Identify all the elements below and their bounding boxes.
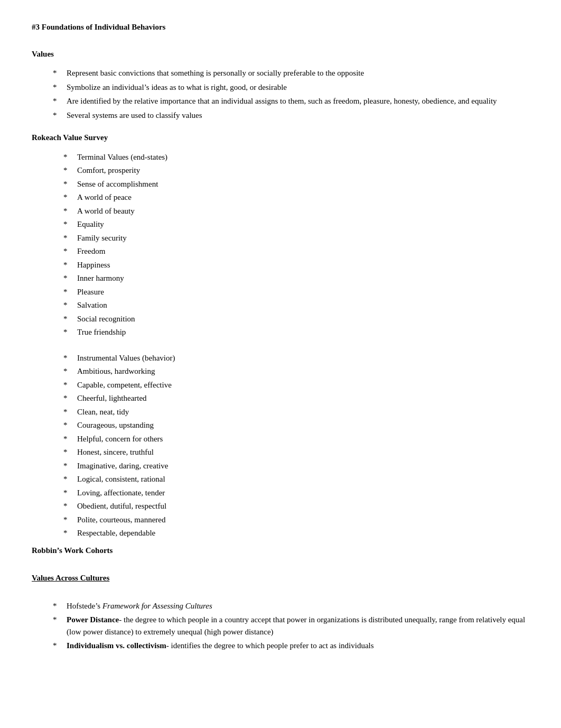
list-item: * Obedient, dutiful, respectful: [63, 500, 529, 512]
list-item: * Logical, consistent, rational: [63, 473, 529, 485]
bullet-star: *: [63, 527, 73, 539]
list-item-text: Happiness: [77, 259, 529, 271]
list-item-text: Logical, consistent, rational: [77, 473, 529, 485]
list-item-text: Ambitious, hardworking: [77, 365, 529, 377]
list-item-text: Honest, sincere, truthful: [77, 446, 529, 458]
bullet-star: *: [63, 191, 73, 204]
robbin-heading: Robbin’s Work Cohorts: [32, 545, 529, 557]
list-item: * Are identified by the relative importa…: [53, 95, 529, 107]
list-item-text: Polite, courteous, mannered: [77, 514, 529, 526]
bullet-star: *: [63, 365, 73, 377]
list-item: * Respectable, dependable: [63, 527, 529, 539]
bullet-star: *: [63, 446, 73, 458]
bullet-star: *: [63, 419, 73, 431]
bullet-star: *: [63, 218, 73, 231]
bullet-star: *: [63, 299, 73, 311]
bullet-star: *: [63, 406, 73, 418]
bullet-star: *: [63, 460, 73, 472]
list-item: * Family security: [63, 232, 529, 244]
list-item: * Hofstede’s Framework for Assessing Cul…: [53, 600, 529, 612]
list-item: * True friendship: [63, 326, 529, 338]
list-item: * Comfort, prosperity: [63, 164, 529, 177]
list-item-text: Individualism vs. collectivism- identifi…: [67, 640, 529, 652]
list-item: * Instrumental Values (behavior): [63, 352, 529, 364]
bullet-star: *: [63, 232, 73, 244]
bold-text: Power Distance: [67, 615, 119, 624]
list-item-text: Are identified by the relative importanc…: [67, 95, 529, 107]
list-item-text: Equality: [77, 218, 529, 231]
page-title: #3 Foundations of Individual Behaviors: [32, 21, 529, 33]
bullet-star: *: [63, 164, 73, 177]
list-item: * Salvation: [63, 299, 529, 311]
bullet-star: *: [63, 392, 73, 404]
bullet-star: *: [63, 205, 73, 217]
bullet-star: *: [63, 433, 73, 445]
bullet-star: *: [63, 178, 73, 190]
list-item-text: Sense of accomplishment: [77, 178, 529, 190]
list-item: * Inner harmony: [63, 272, 529, 284]
list-item: * Ambitious, hardworking: [63, 365, 529, 377]
bullet-star: *: [63, 259, 73, 271]
bullet-star: *: [63, 151, 73, 163]
list-item-text: A world of beauty: [77, 205, 529, 217]
list-item-text: Freedom: [77, 245, 529, 257]
list-item: * Helpful, concern for others: [63, 433, 529, 445]
bullet-star: *: [53, 95, 62, 107]
list-item-text: A world of peace: [77, 191, 529, 204]
list-item-text: Family security: [77, 232, 529, 244]
list-item-text: Social recognition: [77, 313, 529, 325]
list-item: * Cheerful, lighthearted: [63, 392, 529, 404]
list-item: * Capable, competent, effective: [63, 379, 529, 391]
values-across-cultures-heading: Values Across Cultures: [32, 572, 529, 584]
list-item: * Represent basic convictions that somet…: [53, 67, 529, 79]
bullet-star: *: [53, 67, 62, 79]
list-item-text: Represent basic convictions that somethi…: [67, 67, 529, 79]
list-item-text: Symbolize an individual’s ideas as to wh…: [67, 81, 529, 94]
list-item-text: Helpful, concern for others: [77, 433, 529, 445]
bullet-star: *: [63, 286, 73, 298]
list-item: * Freedom: [63, 245, 529, 257]
bullet-star: *: [63, 272, 73, 284]
list-item-text: Imaginative, daring, creative: [77, 460, 529, 472]
bullet-star: *: [63, 487, 73, 499]
list-item: * Individualism vs. collectivism- identi…: [53, 640, 529, 652]
values-list: * Represent basic convictions that somet…: [53, 67, 529, 121]
bullet-star: *: [63, 379, 73, 391]
list-item: * Pleasure: [63, 286, 529, 298]
list-item: * Polite, courteous, mannered: [63, 514, 529, 526]
instrumental-values-list: * Instrumental Values (behavior) * Ambit…: [63, 352, 529, 539]
list-item-text: Courageous, upstanding: [77, 419, 529, 431]
list-item-text: Power Distance- the degree to which peop…: [67, 614, 529, 638]
bold-text: Individualism vs. collectivism: [67, 641, 166, 650]
list-item: * Terminal Values (end-states): [63, 151, 529, 163]
list-item: * Equality: [63, 218, 529, 231]
list-item-text: Inner harmony: [77, 272, 529, 284]
list-item: * A world of beauty: [63, 205, 529, 217]
italic-text: Framework for Assessing Cultures: [102, 602, 212, 610]
rokeach-heading: Rokeach Value Survey: [32, 132, 529, 144]
bullet-star: *: [53, 614, 62, 626]
list-item: * Several systems are used to classify v…: [53, 109, 529, 122]
bullet-star: *: [63, 514, 73, 526]
list-item-text: Obedient, dutiful, respectful: [77, 500, 529, 512]
bullet-star: *: [53, 109, 62, 122]
list-item: * A world of peace: [63, 191, 529, 204]
list-item-text: Instrumental Values (behavior): [77, 352, 529, 364]
list-item: * Power Distance- the degree to which pe…: [53, 614, 529, 638]
list-item: * Sense of accomplishment: [63, 178, 529, 190]
bullet-star: *: [63, 245, 73, 257]
list-item: * Courageous, upstanding: [63, 419, 529, 431]
list-item-text: Capable, competent, effective: [77, 379, 529, 391]
list-item-text: Several systems are used to classify val…: [67, 109, 529, 122]
list-item-text: Salvation: [77, 299, 529, 311]
list-item: * Imaginative, daring, creative: [63, 460, 529, 472]
terminal-values-list: * Terminal Values (end-states) * Comfort…: [63, 151, 529, 338]
values-heading: Values: [32, 48, 529, 60]
bullet-star: *: [53, 600, 62, 612]
list-item-text: Terminal Values (end-states): [77, 151, 529, 163]
list-item: * Clean, neat, tidy: [63, 406, 529, 418]
list-item-text: Cheerful, lighthearted: [77, 392, 529, 404]
list-item-text: Pleasure: [77, 286, 529, 298]
bullet-star: *: [63, 326, 73, 338]
list-item-text: Loving, affectionate, tender: [77, 487, 529, 499]
